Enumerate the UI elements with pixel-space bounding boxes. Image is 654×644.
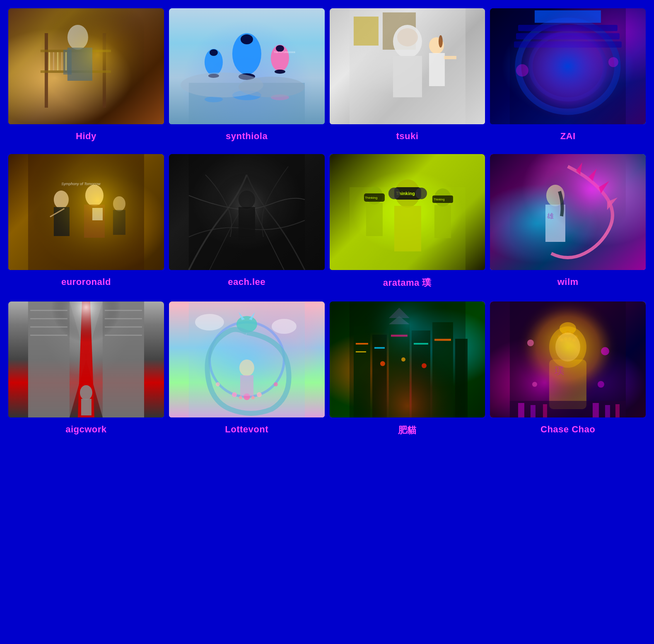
card-chasechao[interactable]: 璞 Chase Chao bbox=[490, 301, 646, 444]
svg-point-58 bbox=[85, 185, 104, 206]
card-image-inner-feiimao bbox=[330, 301, 485, 417]
svg-rect-72 bbox=[366, 203, 382, 236]
svg-marker-86 bbox=[576, 162, 582, 175]
svg-rect-96 bbox=[28, 301, 70, 417]
card-zai[interactable]: ZAI bbox=[490, 8, 646, 149]
svg-point-145 bbox=[380, 361, 385, 366]
svg-rect-106 bbox=[105, 310, 142, 311]
svg-rect-126 bbox=[240, 375, 253, 396]
svg-rect-12 bbox=[65, 52, 67, 70]
card-wilm[interactable]: 雄 wilm bbox=[490, 154, 646, 297]
svg-rect-82 bbox=[434, 205, 451, 238]
svg-rect-148 bbox=[349, 301, 465, 417]
svg-rect-141 bbox=[413, 343, 428, 345]
card-aigcwork[interactable]: aigcwork bbox=[8, 301, 164, 444]
svg-rect-97 bbox=[103, 301, 144, 417]
svg-rect-36 bbox=[393, 56, 422, 97]
card-image-inner-aigcwork bbox=[8, 301, 164, 417]
card-label-aratama: aratama 璞 bbox=[330, 270, 485, 297]
svg-point-120 bbox=[232, 392, 237, 397]
svg-rect-165 bbox=[510, 301, 626, 417]
svg-point-156 bbox=[562, 332, 565, 335]
svg-rect-4 bbox=[41, 70, 111, 73]
svg-rect-152 bbox=[549, 359, 586, 409]
card-image-aigcwork bbox=[8, 301, 164, 417]
card-lottevont[interactable]: Lottevont bbox=[169, 301, 325, 444]
svg-rect-15 bbox=[189, 83, 305, 124]
svg-rect-133 bbox=[389, 318, 409, 417]
svg-point-52 bbox=[608, 57, 618, 67]
svg-rect-3 bbox=[41, 50, 111, 52]
card-label-wilm: wilm bbox=[490, 270, 646, 295]
card-image-tsuki bbox=[330, 8, 485, 124]
svg-point-118 bbox=[244, 393, 250, 400]
svg-rect-59 bbox=[84, 205, 105, 238]
svg-rect-140 bbox=[391, 335, 407, 337]
svg-rect-173 bbox=[518, 403, 524, 417]
svg-point-61 bbox=[113, 196, 125, 211]
svg-rect-11 bbox=[61, 52, 63, 70]
svg-point-159 bbox=[574, 335, 578, 338]
svg-rect-136 bbox=[455, 339, 467, 417]
svg-rect-50 bbox=[510, 8, 626, 124]
svg-rect-49 bbox=[535, 10, 601, 23]
svg-rect-105 bbox=[30, 335, 68, 336]
svg-point-161 bbox=[564, 337, 567, 340]
svg-text:璞: 璞 bbox=[555, 365, 565, 376]
svg-point-29 bbox=[181, 72, 263, 97]
svg-rect-48 bbox=[514, 41, 622, 48]
svg-rect-150 bbox=[510, 301, 626, 417]
svg-rect-93 bbox=[510, 154, 626, 270]
svg-text:雄: 雄 bbox=[547, 212, 554, 219]
main-grid: Hidy The FUTUREEEEE synthiola bbox=[4, 4, 650, 448]
svg-rect-113 bbox=[189, 301, 305, 417]
svg-marker-100 bbox=[78, 301, 94, 417]
svg-rect-95 bbox=[28, 301, 144, 417]
svg-point-154 bbox=[560, 322, 576, 335]
svg-point-67 bbox=[239, 191, 255, 209]
svg-rect-76 bbox=[394, 206, 421, 251]
card-image-inner-eachlee bbox=[169, 154, 325, 270]
card-image-eachlee bbox=[169, 154, 325, 270]
card-image-euroronald: Symphony of Tomorrow bbox=[8, 154, 164, 270]
card-label-eachlee: each.lee bbox=[169, 270, 325, 295]
svg-point-5 bbox=[68, 25, 88, 50]
card-feiimao[interactable]: 肥貓 bbox=[330, 301, 485, 444]
card-eachlee[interactable]: each.lee bbox=[169, 154, 325, 297]
card-hidy[interactable]: Hidy bbox=[8, 8, 164, 149]
svg-text:The FUTUREEEEE: The FUTUREEEEE bbox=[274, 51, 295, 53]
svg-point-153 bbox=[549, 326, 586, 368]
svg-rect-46 bbox=[518, 25, 618, 31]
svg-rect-94 bbox=[510, 154, 626, 270]
svg-marker-144 bbox=[389, 316, 409, 324]
card-label-zai: ZAI bbox=[490, 124, 646, 149]
svg-marker-88 bbox=[599, 181, 609, 193]
card-aratama[interactable]: Thinking Thinking Thinking aratama 璞 bbox=[330, 154, 485, 297]
svg-rect-57 bbox=[50, 208, 65, 217]
card-euroronald[interactable]: Symphony of Tomorrow euroronald bbox=[8, 154, 164, 297]
card-image-feiimao bbox=[330, 301, 485, 417]
svg-point-22 bbox=[271, 45, 289, 71]
svg-rect-62 bbox=[113, 210, 125, 235]
card-image-inner-tsuki bbox=[330, 8, 485, 124]
svg-point-44 bbox=[531, 33, 605, 99]
svg-rect-66 bbox=[189, 154, 305, 270]
card-label-hidy: Hidy bbox=[8, 124, 164, 149]
svg-rect-151 bbox=[510, 301, 626, 417]
svg-rect-102 bbox=[30, 310, 68, 311]
svg-point-27 bbox=[205, 96, 223, 102]
svg-rect-73 bbox=[364, 193, 384, 202]
svg-point-155 bbox=[558, 335, 561, 338]
card-label-tsuki: tsuki bbox=[330, 124, 485, 149]
card-image-inner-zai bbox=[490, 8, 646, 124]
svg-point-158 bbox=[570, 332, 574, 335]
svg-rect-171 bbox=[510, 301, 626, 417]
svg-point-127 bbox=[195, 314, 224, 330]
svg-rect-138 bbox=[355, 351, 366, 352]
card-synthiola[interactable]: The FUTUREEEEE synthiola bbox=[169, 8, 325, 149]
svg-rect-1 bbox=[45, 33, 48, 108]
card-tsuki[interactable]: tsuki bbox=[330, 8, 485, 149]
svg-point-115 bbox=[237, 316, 257, 333]
svg-point-79 bbox=[388, 188, 400, 199]
svg-point-19 bbox=[205, 49, 223, 75]
